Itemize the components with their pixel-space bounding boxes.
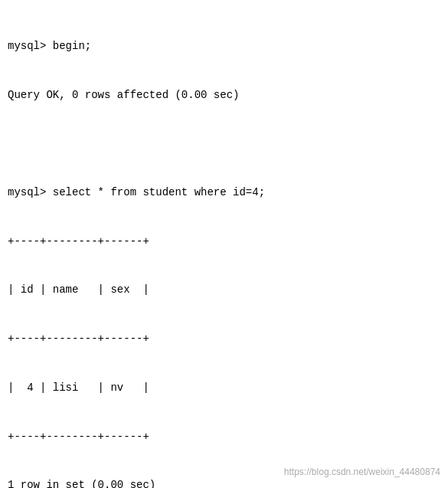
terminal-line-2: Query OK, 0 rows affected (0.00 sec) <box>8 87 440 104</box>
terminal-line-8: | 4 | lisi | nv | <box>8 380 440 397</box>
terminal-line-6: | id | name | sex | <box>8 282 440 299</box>
terminal-line-3 <box>8 136 440 152</box>
terminal-line-9: +----+--------+------+ <box>8 429 440 446</box>
terminal-line-1: mysql> begin; <box>8 38 440 55</box>
terminal-window: mysql> begin; Query OK, 0 rows affected … <box>0 0 448 488</box>
watermark: https://blog.csdn.net/weixin_44480874 <box>284 465 440 479</box>
terminal-line-10: 1 row in set (0.00 sec) <box>8 477 440 488</box>
terminal-line-7: +----+--------+------+ <box>8 331 440 348</box>
terminal-line-4: mysql> select * from student where id=4; <box>8 185 440 201</box>
terminal-line-5: +----+--------+------+ <box>8 234 440 251</box>
